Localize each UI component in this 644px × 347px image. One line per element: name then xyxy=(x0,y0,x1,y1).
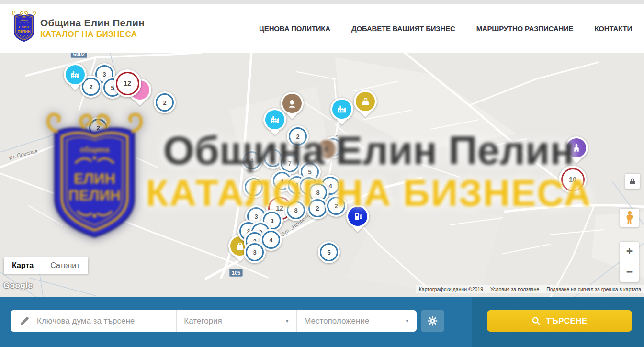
flame-icon xyxy=(317,140,336,159)
cluster-count: 5 xyxy=(320,243,338,261)
top-strip xyxy=(0,0,644,4)
fuel-pin-marker[interactable] xyxy=(346,205,369,228)
cluster-marker[interactable]: 2 xyxy=(325,195,347,217)
zoom-out-button[interactable]: − xyxy=(620,262,639,282)
cluster-marker[interactable]: 5 xyxy=(318,241,340,263)
category-dropdown[interactable]: Категория ▼ xyxy=(176,310,296,332)
bag-pin-marker[interactable] xyxy=(354,90,377,113)
page-title: Община Елин Пелин xyxy=(40,17,145,29)
cluster-count: 2 xyxy=(308,199,327,217)
category-dropdown-label: Категория xyxy=(184,316,222,326)
bag-icon xyxy=(356,92,375,111)
chevron-down-icon: ▼ xyxy=(405,319,409,324)
nav-item-route-schedule[interactable]: МАРШРУТНО РАЗПИСАНИЕ xyxy=(476,24,574,33)
factory-icon xyxy=(66,65,85,84)
cluster-marker[interactable]: 2 xyxy=(287,125,309,147)
page: Община Елин Пелин КАТАЛОГ НА БИЗНЕСА ЦЕН… xyxy=(0,0,644,347)
lock-icon xyxy=(629,178,636,185)
search-icon xyxy=(531,316,541,325)
factory-pin-marker[interactable] xyxy=(263,108,286,131)
map-canvas[interactable]: 6002105ул. Преславбул. „Новоселци 325122… xyxy=(0,53,644,297)
zoom-control: + − xyxy=(620,242,639,282)
worker-pin-marker[interactable] xyxy=(281,92,304,115)
nav-item-pricing[interactable]: ЦЕНОВА ПОЛИТИКА xyxy=(259,24,330,33)
factory-icon xyxy=(265,110,284,129)
cluster-marker[interactable]: 2 xyxy=(154,91,176,113)
search-bar: Категория ▼ Местоположение ▼ xyxy=(0,297,644,347)
cluster-marker[interactable]: 12 xyxy=(113,69,141,97)
cluster-count: 2 xyxy=(89,119,107,137)
location-dropdown-label: Местоположение xyxy=(304,316,369,326)
cluster-count: 2 xyxy=(245,178,263,196)
page-subtitle: КАТАЛОГ НА БИЗНЕСА xyxy=(40,29,145,39)
worker-icon xyxy=(282,94,302,113)
keyword-section xyxy=(11,310,176,332)
cluster-marker[interactable]: 2 xyxy=(243,176,265,198)
chevron-down-icon: ▼ xyxy=(285,319,289,324)
church-icon xyxy=(567,138,586,157)
cluster-marker[interactable]: 10 xyxy=(559,166,587,193)
factory-pin-marker[interactable] xyxy=(64,63,87,86)
cluster-count: 3 xyxy=(246,243,264,261)
cluster-count: 4 xyxy=(243,151,261,169)
cluster-count: 2 xyxy=(327,197,345,215)
search-button-label: ТЪРСЕНЕ xyxy=(546,316,588,326)
search-field-group: Категория ▼ Местоположение ▼ xyxy=(11,310,417,332)
map-attribution: Картографски данни ©2019 Условия за полз… xyxy=(416,285,644,293)
map-type-satellite-button[interactable]: Сателит xyxy=(42,257,88,274)
attribution-report-link[interactable]: Подаване на сигнал за грешка в картата xyxy=(546,286,641,292)
cluster-count: 8 xyxy=(287,201,305,219)
advanced-settings-button[interactable] xyxy=(421,310,444,332)
fullscreen-lock-button[interactable] xyxy=(625,174,640,189)
gear-icon xyxy=(427,315,438,326)
zoom-in-button[interactable]: + xyxy=(620,242,639,262)
cluster-count: 2 xyxy=(156,93,174,112)
cluster-count: 2 xyxy=(289,127,307,146)
cluster-marker[interactable]: 3 xyxy=(244,241,266,263)
pencil-icon xyxy=(19,316,30,326)
header: Община Елин Пелин КАТАЛОГ НА БИЗНЕСА ЦЕН… xyxy=(0,4,644,53)
main-nav: ЦЕНОВА ПОЛИТИКА ДОБАВЕТЕ ВАШИЯТ БИЗНЕС М… xyxy=(259,4,632,53)
cluster-count: 12 xyxy=(116,72,139,95)
cluster-marker[interactable]: 8 xyxy=(285,199,307,221)
site-title-block: Община Елин Пелин КАТАЛОГ НА БИЗНЕСА xyxy=(40,17,145,40)
church-pin-marker[interactable] xyxy=(565,136,588,159)
cluster-marker[interactable]: 2 xyxy=(87,117,109,139)
attribution-copyright: Картографски данни ©2019 xyxy=(419,286,483,292)
municipality-crest-logo xyxy=(11,8,37,44)
attribution-terms-link[interactable]: Условия за ползване xyxy=(490,286,539,292)
pegman-icon xyxy=(624,211,635,225)
location-dropdown[interactable]: Местоположение ▼ xyxy=(296,310,417,332)
fuel-icon xyxy=(348,207,367,226)
search-button[interactable]: ТЪРСЕНЕ xyxy=(487,310,632,332)
factory-pin-marker[interactable] xyxy=(330,98,353,121)
flame-pin-marker[interactable] xyxy=(315,138,338,161)
cluster-count: 10 xyxy=(561,168,585,191)
nav-item-add-business[interactable]: ДОБАВЕТЕ ВАШИЯТ БИЗНЕС xyxy=(351,24,455,33)
keyword-search-input[interactable] xyxy=(36,316,176,326)
map-type-map-button[interactable]: Карта xyxy=(4,257,42,274)
cluster-count: 4 xyxy=(262,231,280,249)
street-view-pegman-button[interactable] xyxy=(620,209,639,227)
map-type-control: Карта Сателит xyxy=(4,257,88,274)
cluster-marker[interactable]: 4 xyxy=(241,149,263,171)
google-logo[interactable]: Google xyxy=(3,281,33,291)
nav-item-contacts[interactable]: КОНТАКТИ xyxy=(594,24,632,33)
markers-layer: 3251222256475422748221283338343510 xyxy=(0,53,644,297)
factory-icon xyxy=(332,100,351,119)
